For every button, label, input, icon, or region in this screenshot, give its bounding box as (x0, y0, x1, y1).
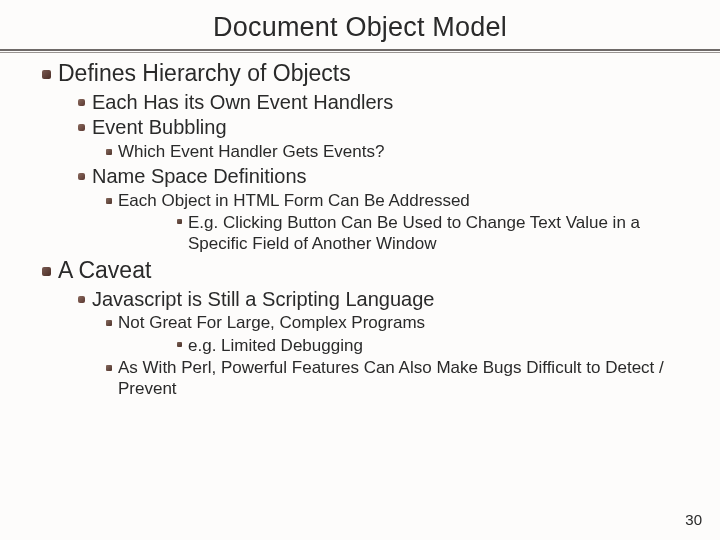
bullet-level3: Which Event Handler Gets Events? (118, 142, 700, 163)
bullet-level2: Name Space Definitions (92, 164, 700, 188)
bullet-level1: Defines Hierarchy of Objects (58, 59, 700, 88)
bullet-level3: As With Perl, Powerful Features Can Also… (118, 358, 700, 399)
bullet-level2: Event Bubbling (92, 115, 700, 139)
slide-body: Defines Hierarchy of Objects Each Has it… (0, 55, 720, 400)
bullet-level2: Javascript is Still a Scripting Language (92, 287, 700, 311)
bullet-level3: Not Great For Large, Complex Programs (118, 313, 700, 334)
title-underline (0, 49, 720, 55)
bullet-level3: Each Object in HTML Form Can Be Addresse… (118, 191, 700, 212)
bullet-level2: Each Has its Own Event Handlers (92, 90, 700, 114)
bullet-level1: A Caveat (58, 256, 700, 285)
bullet-level4: E.g. Clicking Button Can Be Used to Chan… (188, 213, 700, 254)
slide: Document Object Model Defines Hierarchy … (0, 0, 720, 540)
slide-title: Document Object Model (0, 12, 720, 43)
page-number: 30 (685, 511, 702, 528)
bullet-level4: e.g. Limited Debugging (188, 336, 700, 356)
